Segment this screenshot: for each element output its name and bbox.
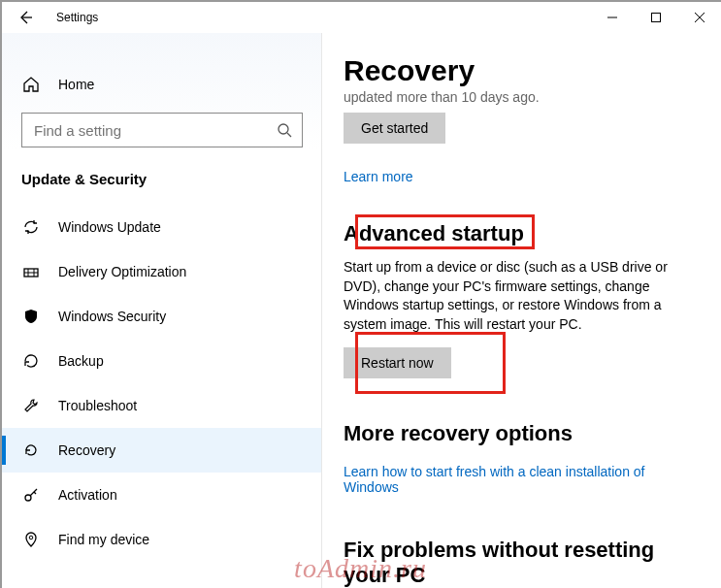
search-input[interactable] (32, 121, 277, 140)
sidebar-item-label: Delivery Optimization (58, 264, 186, 279)
truncated-text: updated more than 10 days ago. (344, 89, 702, 105)
maximize-button[interactable] (634, 3, 677, 32)
fresh-install-link[interactable]: Learn how to start fresh with a clean in… (344, 464, 702, 495)
search-box[interactable] (21, 113, 303, 147)
sidebar-nav: Windows Update Delivery Optimization Win… (2, 205, 322, 562)
search-icon (277, 122, 292, 138)
sidebar-item-windows-security[interactable]: Windows Security (2, 294, 322, 339)
get-started-button[interactable]: Get started (344, 113, 445, 144)
fix-problems-heading: Fix problems without resetting your PC (344, 538, 702, 588)
page-title: Recovery (344, 54, 702, 87)
sidebar-item-activation[interactable]: Activation (2, 473, 322, 517)
minimize-icon (607, 13, 617, 22)
arrow-left-icon (17, 10, 33, 25)
key-icon (21, 485, 41, 505)
window-controls (590, 3, 721, 32)
sidebar-item-label: Recovery (58, 442, 115, 458)
sidebar-item-delivery-optimization[interactable]: Delivery Optimization (2, 249, 322, 294)
back-button[interactable] (16, 8, 35, 27)
close-button[interactable] (677, 3, 721, 32)
restart-now-button[interactable]: Restart now (344, 347, 451, 378)
window-title: Settings (56, 11, 98, 24)
advanced-startup-desc: Start up from a device or disc (such as … (344, 258, 702, 334)
advanced-startup-heading: Advanced startup (344, 221, 702, 246)
sidebar-item-label: Activation (58, 487, 117, 503)
sidebar-item-troubleshoot[interactable]: Troubleshoot (2, 383, 322, 428)
content-pane: Recovery updated more than 10 days ago. … (322, 33, 721, 588)
svg-rect-1 (651, 14, 660, 22)
sidebar-item-label: Troubleshoot (58, 398, 137, 413)
delivery-icon (21, 262, 41, 281)
close-icon (695, 13, 705, 22)
titlebar: Settings (2, 2, 721, 33)
wrench-icon (21, 396, 41, 415)
sidebar-home-label: Home (58, 77, 94, 92)
sync-icon (21, 217, 41, 237)
sidebar-item-label: Windows Update (58, 219, 161, 235)
backup-icon (21, 351, 41, 371)
recovery-icon (21, 441, 41, 460)
maximize-icon (651, 13, 661, 22)
sidebar-item-recovery[interactable]: Recovery (2, 428, 322, 473)
sidebar: Home Update & Security Windows Update De… (2, 33, 322, 588)
sidebar-item-backup[interactable]: Backup (2, 339, 322, 383)
sidebar-item-label: Backup (58, 353, 104, 369)
learn-more-link[interactable]: Learn more (344, 169, 413, 184)
sidebar-item-label: Windows Security (58, 309, 166, 324)
sidebar-item-label: Find my device (58, 532, 149, 547)
home-icon (21, 75, 41, 94)
svg-point-8 (29, 536, 33, 539)
shield-icon (21, 307, 41, 326)
minimize-button[interactable] (590, 3, 634, 32)
location-icon (21, 530, 41, 549)
sidebar-section-label: Update & Security (21, 171, 303, 187)
sidebar-item-windows-update[interactable]: Windows Update (2, 205, 322, 249)
svg-line-5 (287, 133, 291, 137)
svg-point-4 (279, 124, 288, 134)
sidebar-home[interactable]: Home (21, 64, 303, 105)
more-recovery-heading: More recovery options (344, 421, 702, 446)
sidebar-item-find-my-device[interactable]: Find my device (2, 517, 322, 562)
